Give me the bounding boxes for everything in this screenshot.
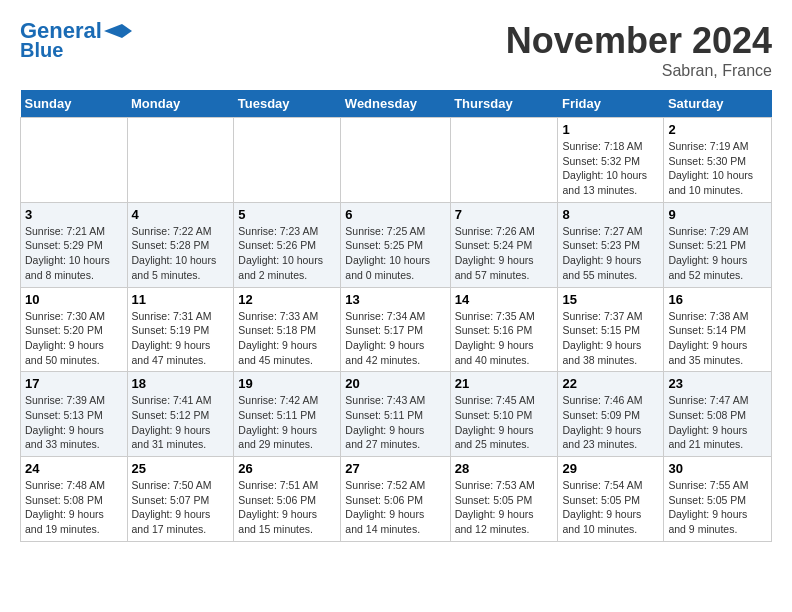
calendar-cell: 7Sunrise: 7:26 AM Sunset: 5:24 PM Daylig… (450, 202, 558, 287)
day-number: 14 (455, 292, 554, 307)
calendar-week-row: 1Sunrise: 7:18 AM Sunset: 5:32 PM Daylig… (21, 118, 772, 203)
day-header-saturday: Saturday (664, 90, 772, 118)
day-info: Sunrise: 7:48 AM Sunset: 5:08 PM Dayligh… (25, 479, 105, 535)
calendar-cell: 2Sunrise: 7:19 AM Sunset: 5:30 PM Daylig… (664, 118, 772, 203)
calendar-week-row: 3Sunrise: 7:21 AM Sunset: 5:29 PM Daylig… (21, 202, 772, 287)
day-number: 24 (25, 461, 123, 476)
day-header-sunday: Sunday (21, 90, 128, 118)
calendar-cell: 20Sunrise: 7:43 AM Sunset: 5:11 PM Dayli… (341, 372, 450, 457)
logo-blue-text: Blue (20, 40, 63, 60)
calendar-cell: 19Sunrise: 7:42 AM Sunset: 5:11 PM Dayli… (234, 372, 341, 457)
day-number: 20 (345, 376, 445, 391)
day-info: Sunrise: 7:18 AM Sunset: 5:32 PM Dayligh… (562, 140, 647, 196)
day-number: 9 (668, 207, 767, 222)
day-info: Sunrise: 7:45 AM Sunset: 5:10 PM Dayligh… (455, 394, 535, 450)
day-info: Sunrise: 7:53 AM Sunset: 5:05 PM Dayligh… (455, 479, 535, 535)
logo: General Blue (20, 20, 132, 60)
day-info: Sunrise: 7:52 AM Sunset: 5:06 PM Dayligh… (345, 479, 425, 535)
calendar-cell: 22Sunrise: 7:46 AM Sunset: 5:09 PM Dayli… (558, 372, 664, 457)
calendar-cell: 15Sunrise: 7:37 AM Sunset: 5:15 PM Dayli… (558, 287, 664, 372)
day-number: 13 (345, 292, 445, 307)
day-info: Sunrise: 7:37 AM Sunset: 5:15 PM Dayligh… (562, 310, 642, 366)
calendar-cell: 3Sunrise: 7:21 AM Sunset: 5:29 PM Daylig… (21, 202, 128, 287)
calendar-cell: 5Sunrise: 7:23 AM Sunset: 5:26 PM Daylig… (234, 202, 341, 287)
day-info: Sunrise: 7:50 AM Sunset: 5:07 PM Dayligh… (132, 479, 212, 535)
day-header-friday: Friday (558, 90, 664, 118)
calendar-cell: 16Sunrise: 7:38 AM Sunset: 5:14 PM Dayli… (664, 287, 772, 372)
day-number: 30 (668, 461, 767, 476)
calendar-cell: 12Sunrise: 7:33 AM Sunset: 5:18 PM Dayli… (234, 287, 341, 372)
calendar-cell: 1Sunrise: 7:18 AM Sunset: 5:32 PM Daylig… (558, 118, 664, 203)
day-info: Sunrise: 7:55 AM Sunset: 5:05 PM Dayligh… (668, 479, 748, 535)
day-header-thursday: Thursday (450, 90, 558, 118)
day-number: 29 (562, 461, 659, 476)
calendar-cell: 8Sunrise: 7:27 AM Sunset: 5:23 PM Daylig… (558, 202, 664, 287)
header-row: SundayMondayTuesdayWednesdayThursdayFrid… (21, 90, 772, 118)
logo-arrow-icon (104, 24, 132, 38)
svg-marker-0 (104, 24, 132, 38)
calendar-cell: 30Sunrise: 7:55 AM Sunset: 5:05 PM Dayli… (664, 457, 772, 542)
day-number: 12 (238, 292, 336, 307)
calendar-cell (450, 118, 558, 203)
calendar-cell: 13Sunrise: 7:34 AM Sunset: 5:17 PM Dayli… (341, 287, 450, 372)
day-number: 1 (562, 122, 659, 137)
calendar-week-row: 17Sunrise: 7:39 AM Sunset: 5:13 PM Dayli… (21, 372, 772, 457)
day-info: Sunrise: 7:27 AM Sunset: 5:23 PM Dayligh… (562, 225, 642, 281)
day-info: Sunrise: 7:22 AM Sunset: 5:28 PM Dayligh… (132, 225, 217, 281)
calendar-cell: 28Sunrise: 7:53 AM Sunset: 5:05 PM Dayli… (450, 457, 558, 542)
day-number: 10 (25, 292, 123, 307)
calendar-cell: 9Sunrise: 7:29 AM Sunset: 5:21 PM Daylig… (664, 202, 772, 287)
calendar-week-row: 10Sunrise: 7:30 AM Sunset: 5:20 PM Dayli… (21, 287, 772, 372)
day-info: Sunrise: 7:29 AM Sunset: 5:21 PM Dayligh… (668, 225, 748, 281)
day-info: Sunrise: 7:31 AM Sunset: 5:19 PM Dayligh… (132, 310, 212, 366)
day-info: Sunrise: 7:34 AM Sunset: 5:17 PM Dayligh… (345, 310, 425, 366)
day-info: Sunrise: 7:46 AM Sunset: 5:09 PM Dayligh… (562, 394, 642, 450)
header: General Blue November 2024 Sabran, Franc… (20, 20, 772, 80)
day-number: 23 (668, 376, 767, 391)
calendar-cell: 25Sunrise: 7:50 AM Sunset: 5:07 PM Dayli… (127, 457, 234, 542)
day-number: 25 (132, 461, 230, 476)
day-number: 27 (345, 461, 445, 476)
calendar-cell: 21Sunrise: 7:45 AM Sunset: 5:10 PM Dayli… (450, 372, 558, 457)
calendar-cell: 6Sunrise: 7:25 AM Sunset: 5:25 PM Daylig… (341, 202, 450, 287)
month-title: November 2024 (506, 20, 772, 62)
day-info: Sunrise: 7:21 AM Sunset: 5:29 PM Dayligh… (25, 225, 110, 281)
day-number: 11 (132, 292, 230, 307)
day-info: Sunrise: 7:51 AM Sunset: 5:06 PM Dayligh… (238, 479, 318, 535)
calendar-cell: 17Sunrise: 7:39 AM Sunset: 5:13 PM Dayli… (21, 372, 128, 457)
day-number: 22 (562, 376, 659, 391)
day-number: 8 (562, 207, 659, 222)
day-number: 3 (25, 207, 123, 222)
calendar-week-row: 24Sunrise: 7:48 AM Sunset: 5:08 PM Dayli… (21, 457, 772, 542)
day-number: 26 (238, 461, 336, 476)
calendar-cell: 24Sunrise: 7:48 AM Sunset: 5:08 PM Dayli… (21, 457, 128, 542)
calendar-cell: 11Sunrise: 7:31 AM Sunset: 5:19 PM Dayli… (127, 287, 234, 372)
day-info: Sunrise: 7:39 AM Sunset: 5:13 PM Dayligh… (25, 394, 105, 450)
day-number: 16 (668, 292, 767, 307)
day-header-tuesday: Tuesday (234, 90, 341, 118)
day-number: 4 (132, 207, 230, 222)
day-info: Sunrise: 7:33 AM Sunset: 5:18 PM Dayligh… (238, 310, 318, 366)
day-info: Sunrise: 7:26 AM Sunset: 5:24 PM Dayligh… (455, 225, 535, 281)
calendar-table: SundayMondayTuesdayWednesdayThursdayFrid… (20, 90, 772, 542)
day-number: 15 (562, 292, 659, 307)
day-info: Sunrise: 7:23 AM Sunset: 5:26 PM Dayligh… (238, 225, 323, 281)
calendar-cell: 4Sunrise: 7:22 AM Sunset: 5:28 PM Daylig… (127, 202, 234, 287)
day-number: 7 (455, 207, 554, 222)
day-number: 2 (668, 122, 767, 137)
day-info: Sunrise: 7:35 AM Sunset: 5:16 PM Dayligh… (455, 310, 535, 366)
day-number: 17 (25, 376, 123, 391)
day-info: Sunrise: 7:38 AM Sunset: 5:14 PM Dayligh… (668, 310, 748, 366)
calendar-cell: 10Sunrise: 7:30 AM Sunset: 5:20 PM Dayli… (21, 287, 128, 372)
day-header-wednesday: Wednesday (341, 90, 450, 118)
day-number: 19 (238, 376, 336, 391)
day-number: 28 (455, 461, 554, 476)
calendar-cell (234, 118, 341, 203)
calendar-cell (21, 118, 128, 203)
title-area: November 2024 Sabran, France (506, 20, 772, 80)
day-number: 5 (238, 207, 336, 222)
day-number: 21 (455, 376, 554, 391)
calendar-cell: 26Sunrise: 7:51 AM Sunset: 5:06 PM Dayli… (234, 457, 341, 542)
calendar-cell: 27Sunrise: 7:52 AM Sunset: 5:06 PM Dayli… (341, 457, 450, 542)
day-info: Sunrise: 7:41 AM Sunset: 5:12 PM Dayligh… (132, 394, 212, 450)
